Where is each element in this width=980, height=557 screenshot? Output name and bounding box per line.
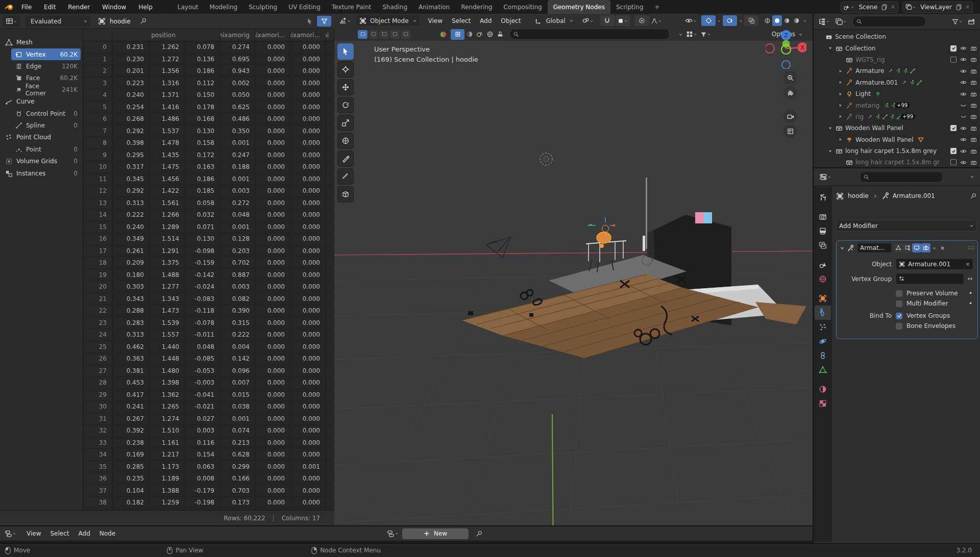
properties-search-input[interactable] <box>860 171 943 183</box>
viewport-menu-view[interactable]: View <box>424 17 447 24</box>
domain-item-spline[interactable]: Spline0 <box>11 119 81 131</box>
workspace-tab-modeling[interactable]: Modeling <box>204 0 243 14</box>
outliner-item-label[interactable]: long hair carpet 1.5x.8m grey <box>845 147 937 155</box>
animate-dot[interactable]: • <box>969 300 972 307</box>
vertex-groups-checkbox[interactable] <box>896 313 902 319</box>
workspace-tab-layout[interactable]: Layout <box>172 0 204 14</box>
tool-measure[interactable] <box>337 168 354 185</box>
new-view-layer-icon[interactable] <box>956 4 962 10</box>
snap-target-icon[interactable] <box>616 15 630 26</box>
snap-to-active-icon[interactable] <box>451 29 464 40</box>
outliner-row-wooden-wall-panel[interactable]: Wooden Wall Panel <box>816 134 980 145</box>
sidebar-group-mesh[interactable]: Mesh <box>0 36 83 48</box>
topbar-menu-edit[interactable]: Edit <box>38 0 62 14</box>
outliner-row-wooden-wall-panel[interactable]: Wooden Wall Panel <box>816 122 980 134</box>
properties-tab-modifiers[interactable] <box>815 306 831 320</box>
filter-dropdown[interactable] <box>699 29 713 40</box>
pin-icon[interactable] <box>474 528 484 539</box>
hide-eye-toggle[interactable] <box>960 159 967 166</box>
properties-tab-scene[interactable] <box>815 258 831 272</box>
gizmo-dropdown[interactable] <box>716 15 723 26</box>
workspace-tab-uv-editing[interactable]: UV Editing <box>283 0 326 14</box>
disable-render-toggle[interactable] <box>970 79 977 86</box>
hide-eye-toggle[interactable] <box>960 113 967 120</box>
tool-scale[interactable] <box>337 115 354 131</box>
properties-tab-constraints[interactable] <box>815 348 831 363</box>
vertex-group-field[interactable] <box>896 273 964 285</box>
view-layer-selector[interactable]: ViewLayer <box>902 2 973 13</box>
topbar-menu-render[interactable]: Render <box>62 0 96 14</box>
sidebar-group-curve[interactable]: Curve <box>0 95 83 108</box>
orthographic-toggle-button[interactable] <box>783 124 797 138</box>
preserve-volume-checkbox[interactable] <box>896 290 902 297</box>
workspace-tab-compositing[interactable]: Compositing <box>498 0 547 14</box>
column-header-2[interactable]: mixamori... <box>255 29 290 41</box>
properties-tab-world[interactable] <box>815 272 831 286</box>
disable-render-toggle[interactable] <box>970 136 977 143</box>
properties-tab-tool[interactable] <box>815 190 831 205</box>
world-sphere-icon[interactable] <box>485 29 495 40</box>
transform-orientation-dropdown[interactable]: Global <box>532 15 576 26</box>
add-workspace-button[interactable]: + <box>649 0 665 14</box>
topbar-menu-window[interactable]: Window <box>96 0 132 14</box>
invert-vertex-group-icon[interactable] <box>965 273 975 284</box>
blender-logo-icon[interactable] <box>3 2 15 12</box>
snap-magnet-icon[interactable] <box>600 15 615 26</box>
editor-type-properties-icon[interactable] <box>818 171 833 182</box>
xray-toggle[interactable] <box>744 15 758 26</box>
scene-render[interactable] <box>334 41 813 525</box>
workspace-tab-scripting[interactable]: Scripting <box>610 0 649 14</box>
workspace-tab-shading[interactable]: Shading <box>377 0 413 14</box>
outliner-item-label[interactable]: Wooden Wall Panel <box>845 124 903 132</box>
animate-dot[interactable]: • <box>969 290 972 297</box>
properties-tab-physics[interactable] <box>815 334 831 348</box>
scene-selector[interactable]: Scene <box>841 2 898 13</box>
outliner-item-label[interactable]: metarig <box>855 102 879 109</box>
shading-dropdown[interactable] <box>801 15 808 26</box>
editor-type-node-icon[interactable] <box>3 528 18 539</box>
outliner-item-label[interactable]: Armature.001 <box>855 79 898 86</box>
node-menu-view[interactable]: View <box>22 530 45 537</box>
use-filter-cursor-icon[interactable] <box>305 16 315 27</box>
camera-view-button[interactable] <box>783 110 797 123</box>
shading-solid-toggle[interactable] <box>772 15 782 26</box>
outliner-row-long-hair-carpet-1-5x-8m-gr[interactable]: long hair carpet 1.5x.8m gr <box>816 157 980 168</box>
column-header-1[interactable]: mixamorig <box>220 29 255 41</box>
exclude-checkbox[interactable] <box>950 45 957 52</box>
column-header-4[interactable]: mi <box>326 29 334 41</box>
hide-eye-toggle[interactable] <box>960 102 967 109</box>
select-mode-extend[interactable] <box>369 30 378 39</box>
view-layer-name[interactable]: ViewLayer <box>920 4 952 11</box>
show-in-render-toggle[interactable] <box>921 243 930 252</box>
select-mode-subtract[interactable] <box>379 30 389 39</box>
new-scene-icon[interactable] <box>881 4 888 10</box>
outliner-row-armature[interactable]: Armature <box>816 65 980 77</box>
domain-item-control-point[interactable]: Control Point0 <box>11 108 81 119</box>
dataset-dropdown[interactable]: Evaluated <box>25 16 90 27</box>
properties-tab-object[interactable] <box>815 291 831 306</box>
properties-tab-render[interactable] <box>815 210 831 224</box>
exclude-checkbox[interactable] <box>950 125 957 131</box>
fallback-tool-matball-icon[interactable] <box>438 29 449 40</box>
disable-render-toggle[interactable] <box>970 148 977 155</box>
pin-icon[interactable] <box>969 192 977 200</box>
hide-eye-toggle[interactable] <box>960 45 967 52</box>
select-mode-new[interactable] <box>358 30 368 39</box>
outliner-row-rig[interactable]: rig+99 <box>816 111 980 122</box>
mode-dropdown[interactable]: Object Mode <box>357 15 420 26</box>
outliner-row-long-hair-carpet-1-5x-8m-grey[interactable]: long hair carpet 1.5x.8m grey <box>816 145 980 157</box>
disable-render-toggle[interactable] <box>970 45 977 52</box>
collections-visibility-dropdown[interactable] <box>677 29 684 40</box>
outliner-search-input[interactable] <box>852 16 926 27</box>
add-modifier-dropdown[interactable]: Add Modifier <box>836 220 977 232</box>
sidebar-group-instances[interactable]: Instances0 <box>0 167 83 180</box>
hide-eye-toggle[interactable] <box>960 56 967 63</box>
modifier-extras-dropdown[interactable] <box>930 243 938 254</box>
outliner-row-armature-001[interactable]: Armature.001 <box>816 77 980 88</box>
properties-options-dropdown[interactable] <box>968 171 976 182</box>
tool-move[interactable] <box>337 79 354 95</box>
outliner-item-label[interactable]: Wooden Wall Panel <box>855 136 914 143</box>
outliner-item-label[interactable]: Collection <box>845 45 875 52</box>
overlays-dropdown[interactable] <box>737 15 744 26</box>
node-menu-node[interactable]: Node <box>95 530 120 537</box>
